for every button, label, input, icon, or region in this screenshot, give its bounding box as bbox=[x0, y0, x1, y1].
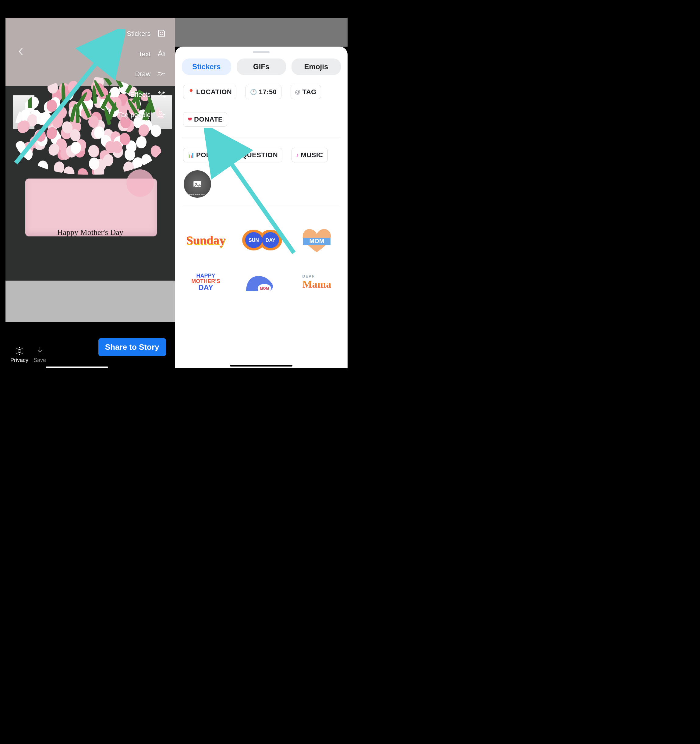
chip-tag[interactable]: @ TAG bbox=[291, 85, 321, 99]
sticker-type-tabs: Stickers GIFs Emojis bbox=[181, 58, 342, 83]
draw-icon[interactable] bbox=[157, 69, 166, 79]
sticker-flex-arm[interactable]: MOM bbox=[239, 267, 284, 298]
divider bbox=[182, 137, 341, 137]
photo-flowerbox bbox=[25, 127, 157, 237]
chip-donate-label: DONATE bbox=[194, 116, 223, 124]
heart-icon: MOM bbox=[294, 225, 340, 255]
photo-sticker-thumb[interactable]: Happy Mother's Day bbox=[184, 170, 211, 198]
sticker-grid-row: HAPPY MOTHER'S DAY MOM DEARMama bbox=[181, 258, 342, 301]
tab-emojis[interactable]: Emojis bbox=[291, 58, 341, 75]
svg-point-2 bbox=[159, 111, 162, 114]
home-indicator bbox=[46, 366, 108, 368]
question-icon: 💬 bbox=[233, 152, 240, 158]
sticker-sunday[interactable]: Sunday bbox=[183, 225, 229, 255]
thumb-caption: Happy Mother's Day bbox=[189, 193, 205, 195]
download-icon bbox=[35, 346, 45, 356]
chip-poll[interactable]: 📊 POLL bbox=[183, 148, 219, 162]
sticker-dear-mama[interactable]: DEARMama bbox=[294, 267, 340, 298]
at-icon: @ bbox=[295, 89, 301, 95]
status-bar bbox=[0, 0, 175, 18]
tab-gifs[interactable]: GIFs bbox=[237, 58, 286, 75]
music-icon: ♪ bbox=[296, 152, 299, 158]
sheet-grabber[interactable] bbox=[253, 51, 270, 53]
chip-music-label: MUSIC bbox=[301, 151, 323, 159]
svg-text:SUN: SUN bbox=[248, 238, 259, 243]
chip-poll-label: POLL bbox=[196, 151, 215, 159]
tool-text-label[interactable]: Text bbox=[138, 50, 150, 58]
sunglasses-icon: SUN DAY bbox=[239, 225, 284, 255]
clock-icon: 🕒 bbox=[250, 89, 257, 95]
sticker-grid-row: Sunday SUN DAY MOM bbox=[181, 216, 342, 258]
sticker-tray-screen: Stickers GIFs Emojis 📍 LOCATION 🕒 17:50 … bbox=[175, 0, 350, 372]
donate-icon: ❤ bbox=[188, 116, 193, 123]
sticker-happy-mothers-day[interactable]: HAPPY MOTHER'S DAY bbox=[183, 267, 229, 298]
svg-point-3 bbox=[18, 350, 21, 353]
tool-draw-label[interactable]: Draw bbox=[135, 70, 150, 78]
save-label: Save bbox=[34, 357, 46, 363]
chip-time[interactable]: 🕒 17:50 bbox=[245, 85, 281, 99]
svg-text:DAY: DAY bbox=[266, 238, 276, 243]
svg-text:MOM: MOM bbox=[309, 238, 324, 244]
sticker-icon[interactable] bbox=[157, 29, 166, 39]
pin-icon: 📍 bbox=[188, 89, 195, 95]
tool-stickers-label[interactable]: Stickers bbox=[127, 30, 150, 38]
effects-icon[interactable] bbox=[157, 89, 166, 100]
chip-question[interactable]: 💬 QUESTION bbox=[229, 148, 282, 162]
home-indicator bbox=[230, 365, 293, 366]
image-icon bbox=[192, 179, 202, 189]
dimmed-background bbox=[175, 18, 348, 47]
svg-point-1 bbox=[162, 32, 163, 33]
story-canvas[interactable]: Happy Mother's Day Stickers Text Draw Ef… bbox=[6, 18, 175, 281]
bottom-toolbar: Privacy Save Share to Story bbox=[0, 322, 175, 372]
sticker-sheet[interactable]: Stickers GIFs Emojis 📍 LOCATION 🕒 17:50 … bbox=[175, 47, 348, 368]
save-button[interactable]: Save bbox=[34, 346, 46, 363]
svg-text:MOM: MOM bbox=[260, 286, 269, 291]
divider bbox=[182, 207, 341, 207]
svg-point-0 bbox=[160, 32, 161, 33]
privacy-button[interactable]: Privacy bbox=[10, 346, 28, 363]
photo-caption: Happy Mother's Day bbox=[6, 228, 175, 237]
story-editor-screen: Happy Mother's Day Stickers Text Draw Ef… bbox=[0, 0, 175, 372]
tool-effects-label[interactable]: Effects bbox=[130, 91, 151, 99]
tag-people-icon[interactable] bbox=[157, 110, 166, 120]
share-label: Share to Story bbox=[105, 342, 159, 351]
gear-icon bbox=[15, 346, 24, 356]
privacy-label: Privacy bbox=[10, 357, 28, 363]
canvas-bottom-gray bbox=[6, 281, 175, 322]
sticker-mom-heart[interactable]: MOM bbox=[294, 225, 340, 255]
chevron-left-icon bbox=[18, 47, 24, 57]
flex-arm-icon: MOM bbox=[239, 267, 284, 298]
share-to-story-button[interactable]: Share to Story bbox=[98, 338, 166, 356]
chip-location-label: LOCATION bbox=[196, 88, 232, 96]
tab-stickers[interactable]: Stickers bbox=[182, 58, 231, 75]
chip-location[interactable]: 📍 LOCATION bbox=[183, 85, 237, 99]
sticker-sunday-glasses[interactable]: SUN DAY bbox=[239, 225, 284, 255]
chip-donate[interactable]: ❤ DONATE bbox=[183, 112, 227, 127]
chip-tag-label: TAG bbox=[302, 88, 317, 96]
tool-tag-people-label[interactable]: Tag people bbox=[118, 111, 151, 119]
back-button[interactable] bbox=[18, 47, 24, 58]
chip-question-label: QUESTION bbox=[242, 151, 278, 159]
poll-icon: 📊 bbox=[188, 152, 195, 158]
chip-music[interactable]: ♪ MUSIC bbox=[291, 148, 328, 162]
text-icon[interactable] bbox=[157, 49, 166, 59]
chip-time-label: 17:50 bbox=[259, 88, 277, 96]
